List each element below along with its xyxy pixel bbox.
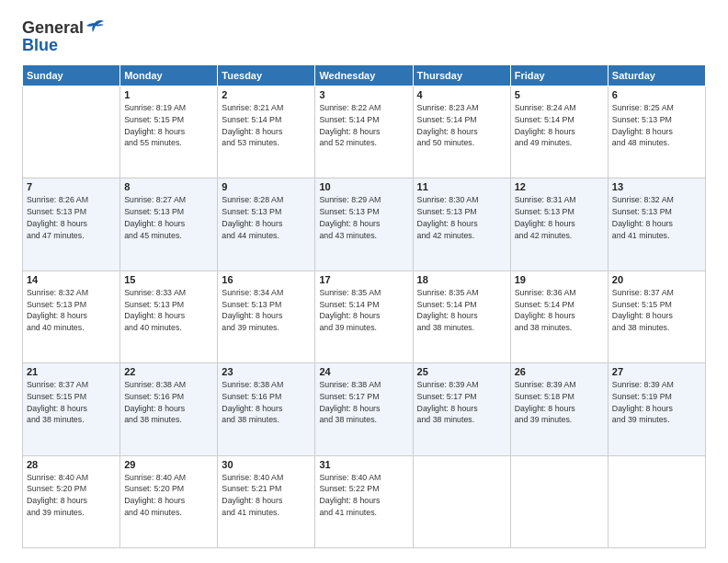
weekday-header-friday: Friday: [510, 65, 608, 86]
logo-blue: Blue: [22, 36, 58, 55]
day-info: Sunrise: 8:28 AM Sunset: 5:13 PM Dayligh…: [222, 194, 311, 241]
calendar-week-row: 14Sunrise: 8:32 AM Sunset: 5:13 PM Dayli…: [23, 270, 706, 362]
page: General Blue SundayMondayTuesdayWednesda…: [0, 0, 728, 563]
day-info: Sunrise: 8:35 AM Sunset: 5:14 PM Dayligh…: [417, 287, 506, 334]
day-number: 24: [319, 366, 408, 377]
calendar-week-row: 7Sunrise: 8:26 AM Sunset: 5:13 PM Daylig…: [23, 178, 706, 270]
calendar-cell: 30Sunrise: 8:40 AM Sunset: 5:21 PM Dayli…: [218, 455, 315, 547]
day-info: Sunrise: 8:40 AM Sunset: 5:20 PM Dayligh…: [27, 472, 116, 519]
day-number: 5: [515, 89, 604, 100]
calendar-cell: [413, 455, 510, 547]
weekday-header-thursday: Thursday: [413, 65, 510, 86]
day-info: Sunrise: 8:32 AM Sunset: 5:13 PM Dayligh…: [612, 194, 701, 241]
logo-bird-icon: [85, 19, 104, 34]
calendar-cell: 18Sunrise: 8:35 AM Sunset: 5:14 PM Dayli…: [413, 270, 510, 362]
day-info: Sunrise: 8:25 AM Sunset: 5:13 PM Dayligh…: [612, 102, 701, 149]
day-number: 1: [124, 89, 213, 100]
day-number: 31: [319, 459, 408, 470]
day-number: 17: [319, 274, 408, 285]
day-info: Sunrise: 8:37 AM Sunset: 5:15 PM Dayligh…: [612, 287, 701, 334]
day-number: 3: [319, 89, 408, 100]
calendar-cell: 31Sunrise: 8:40 AM Sunset: 5:22 PM Dayli…: [315, 455, 413, 547]
calendar-cell: 9Sunrise: 8:28 AM Sunset: 5:13 PM Daylig…: [218, 178, 315, 270]
calendar-cell: 5Sunrise: 8:24 AM Sunset: 5:14 PM Daylig…: [510, 86, 608, 178]
day-info: Sunrise: 8:38 AM Sunset: 5:16 PM Dayligh…: [222, 379, 311, 426]
day-number: 29: [124, 459, 213, 470]
day-number: 21: [27, 366, 116, 377]
day-info: Sunrise: 8:38 AM Sunset: 5:16 PM Dayligh…: [124, 379, 213, 426]
weekday-header-monday: Monday: [120, 65, 218, 86]
day-number: 9: [222, 181, 311, 192]
header: General Blue: [22, 18, 706, 55]
calendar-cell: 21Sunrise: 8:37 AM Sunset: 5:15 PM Dayli…: [23, 363, 120, 455]
calendar-table: SundayMondayTuesdayWednesdayThursdayFrid…: [22, 64, 706, 548]
calendar-cell: 26Sunrise: 8:39 AM Sunset: 5:18 PM Dayli…: [510, 363, 608, 455]
day-number: 4: [417, 89, 506, 100]
calendar-cell: 10Sunrise: 8:29 AM Sunset: 5:13 PM Dayli…: [315, 178, 413, 270]
calendar-cell: 15Sunrise: 8:33 AM Sunset: 5:13 PM Dayli…: [120, 270, 218, 362]
calendar-cell: 2Sunrise: 8:21 AM Sunset: 5:14 PM Daylig…: [218, 86, 315, 178]
day-number: 11: [417, 181, 506, 192]
day-number: 15: [124, 274, 213, 285]
day-info: Sunrise: 8:27 AM Sunset: 5:13 PM Dayligh…: [124, 194, 213, 241]
day-number: 20: [612, 274, 701, 285]
day-number: 28: [27, 459, 116, 470]
day-number: 14: [27, 274, 116, 285]
calendar-cell: 28Sunrise: 8:40 AM Sunset: 5:20 PM Dayli…: [23, 455, 120, 547]
calendar-cell: 14Sunrise: 8:32 AM Sunset: 5:13 PM Dayli…: [23, 270, 120, 362]
day-info: Sunrise: 8:32 AM Sunset: 5:13 PM Dayligh…: [27, 287, 116, 334]
calendar-cell: 22Sunrise: 8:38 AM Sunset: 5:16 PM Dayli…: [120, 363, 218, 455]
day-info: Sunrise: 8:19 AM Sunset: 5:15 PM Dayligh…: [124, 102, 213, 149]
day-info: Sunrise: 8:33 AM Sunset: 5:13 PM Dayligh…: [124, 287, 213, 334]
day-number: 7: [27, 181, 116, 192]
calendar-cell: 29Sunrise: 8:40 AM Sunset: 5:20 PM Dayli…: [120, 455, 218, 547]
day-number: 19: [515, 274, 604, 285]
calendar-cell: 16Sunrise: 8:34 AM Sunset: 5:13 PM Dayli…: [218, 270, 315, 362]
day-info: Sunrise: 8:30 AM Sunset: 5:13 PM Dayligh…: [417, 194, 506, 241]
weekday-header-sunday: Sunday: [23, 65, 120, 86]
logo-general: General: [22, 18, 84, 38]
calendar-cell: 13Sunrise: 8:32 AM Sunset: 5:13 PM Dayli…: [608, 178, 705, 270]
calendar-cell: 19Sunrise: 8:36 AM Sunset: 5:14 PM Dayli…: [510, 270, 608, 362]
day-info: Sunrise: 8:40 AM Sunset: 5:20 PM Dayligh…: [124, 472, 213, 519]
calendar-cell: 3Sunrise: 8:22 AM Sunset: 5:14 PM Daylig…: [315, 86, 413, 178]
calendar-cell: 23Sunrise: 8:38 AM Sunset: 5:16 PM Dayli…: [218, 363, 315, 455]
calendar-cell: 24Sunrise: 8:38 AM Sunset: 5:17 PM Dayli…: [315, 363, 413, 455]
calendar-cell: 8Sunrise: 8:27 AM Sunset: 5:13 PM Daylig…: [120, 178, 218, 270]
day-number: 2: [222, 89, 311, 100]
day-number: 23: [222, 366, 311, 377]
calendar-cell: 7Sunrise: 8:26 AM Sunset: 5:13 PM Daylig…: [23, 178, 120, 270]
day-info: Sunrise: 8:39 AM Sunset: 5:18 PM Dayligh…: [515, 379, 604, 426]
weekday-header-wednesday: Wednesday: [315, 65, 413, 86]
day-number: 22: [124, 366, 213, 377]
day-info: Sunrise: 8:37 AM Sunset: 5:15 PM Dayligh…: [27, 379, 116, 426]
calendar-cell: 1Sunrise: 8:19 AM Sunset: 5:15 PM Daylig…: [120, 86, 218, 178]
day-info: Sunrise: 8:39 AM Sunset: 5:17 PM Dayligh…: [417, 379, 506, 426]
calendar-cell: 6Sunrise: 8:25 AM Sunset: 5:13 PM Daylig…: [608, 86, 705, 178]
day-info: Sunrise: 8:38 AM Sunset: 5:17 PM Dayligh…: [319, 379, 408, 426]
day-info: Sunrise: 8:39 AM Sunset: 5:19 PM Dayligh…: [612, 379, 701, 426]
day-number: 26: [515, 366, 604, 377]
calendar-week-row: 28Sunrise: 8:40 AM Sunset: 5:20 PM Dayli…: [23, 455, 706, 547]
weekday-header-tuesday: Tuesday: [218, 65, 315, 86]
day-info: Sunrise: 8:36 AM Sunset: 5:14 PM Dayligh…: [515, 287, 604, 334]
day-number: 25: [417, 366, 506, 377]
day-info: Sunrise: 8:23 AM Sunset: 5:14 PM Dayligh…: [417, 102, 506, 149]
day-info: Sunrise: 8:24 AM Sunset: 5:14 PM Dayligh…: [515, 102, 604, 149]
day-info: Sunrise: 8:34 AM Sunset: 5:13 PM Dayligh…: [222, 287, 311, 334]
calendar-week-row: 1Sunrise: 8:19 AM Sunset: 5:15 PM Daylig…: [23, 86, 706, 178]
calendar-cell: [23, 86, 120, 178]
day-info: Sunrise: 8:40 AM Sunset: 5:22 PM Dayligh…: [319, 472, 408, 519]
calendar-cell: [510, 455, 608, 547]
logo: General Blue: [22, 18, 104, 55]
day-info: Sunrise: 8:21 AM Sunset: 5:14 PM Dayligh…: [222, 102, 311, 149]
calendar-cell: 11Sunrise: 8:30 AM Sunset: 5:13 PM Dayli…: [413, 178, 510, 270]
calendar-cell: [608, 455, 705, 547]
calendar-week-row: 21Sunrise: 8:37 AM Sunset: 5:15 PM Dayli…: [23, 363, 706, 455]
day-info: Sunrise: 8:22 AM Sunset: 5:14 PM Dayligh…: [319, 102, 408, 149]
day-number: 13: [612, 181, 701, 192]
day-info: Sunrise: 8:29 AM Sunset: 5:13 PM Dayligh…: [319, 194, 408, 241]
day-number: 10: [319, 181, 408, 192]
day-info: Sunrise: 8:31 AM Sunset: 5:13 PM Dayligh…: [515, 194, 604, 241]
calendar-cell: 25Sunrise: 8:39 AM Sunset: 5:17 PM Dayli…: [413, 363, 510, 455]
